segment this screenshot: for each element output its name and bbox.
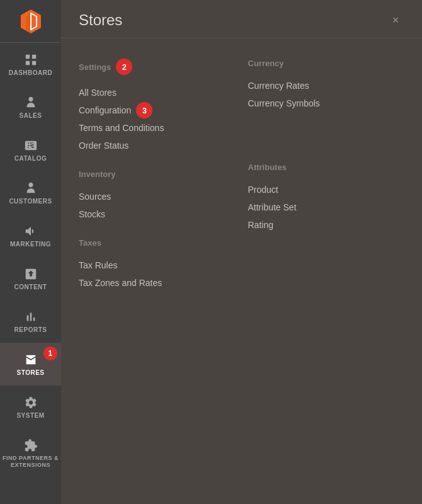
sidebar-item-label: CONTENT [14, 284, 47, 290]
sources-link[interactable]: Sources [79, 188, 236, 205]
sidebar-item-system[interactable]: SYSTEM [0, 386, 61, 428]
left-column: Settings 2 All Stores Configuration 3 Te… [79, 54, 236, 307]
rating-link[interactable]: Rating [248, 216, 405, 234]
panel-title: Stores [79, 11, 122, 29]
content-icon [24, 267, 38, 281]
currency-section: Currency Currency Rates Currency Symbols [248, 59, 405, 112]
sidebar-item-stores[interactable]: STORES 1 [0, 343, 61, 386]
currency-rates-link[interactable]: Currency Rates [248, 77, 405, 94]
taxes-header: Taxes [79, 238, 236, 248]
sidebar-item-label: SALES [20, 112, 42, 119]
customers-icon [24, 181, 38, 195]
attribute-set-link[interactable]: Attribute Set [248, 198, 405, 216]
stores-icon [24, 353, 38, 367]
taxes-section: Taxes Tax Rules Tax Zones and Rates [79, 238, 236, 292]
marketing-icon [24, 224, 38, 238]
currency-header: Currency [248, 59, 405, 68]
all-stores-link[interactable]: All Stores [79, 84, 236, 101]
sidebar-item-label: STORES [17, 369, 45, 376]
configuration-badge: 3 [136, 102, 152, 118]
stores-badge: 1 [43, 346, 57, 360]
sidebar-item-reports[interactable]: REPORTS [0, 300, 61, 343]
product-link[interactable]: Product [248, 181, 405, 198]
right-column: Currency Currency Rates Currency Symbols… [248, 54, 405, 307]
sidebar-item-sales[interactable]: SALES [0, 86, 61, 129]
sidebar-item-extensions[interactable]: FIND PARTNERS & EXTENSIONS [0, 428, 61, 479]
settings-section: Settings 2 All Stores Configuration 3 Te… [79, 59, 236, 154]
attributes-section: Attributes Product Attribute Set Rating [248, 163, 405, 234]
configuration-link[interactable]: Configuration [79, 101, 131, 119]
tax-rules-link[interactable]: Tax Rules [79, 256, 236, 274]
order-status-link[interactable]: Order Status [79, 137, 236, 154]
sidebar-item-dashboard[interactable]: DASHBOARD [0, 43, 61, 86]
system-icon [24, 396, 38, 410]
inventory-header: Inventory [79, 169, 236, 179]
sidebar-item-label: CATALOG [14, 155, 47, 162]
sidebar-item-label: FIND PARTNERS & EXTENSIONS [3, 455, 59, 469]
inventory-section: Inventory Sources Stocks [79, 169, 236, 223]
attributes-header: Attributes [248, 163, 405, 172]
stores-panel: Stores × Settings 2 All Stores Configura… [61, 0, 422, 504]
sidebar-item-label: CUSTOMERS [9, 198, 52, 205]
sidebar-item-label: SYSTEM [16, 412, 44, 419]
sidebar-item-marketing[interactable]: MARKETING [0, 214, 61, 257]
sales-icon [24, 96, 38, 110]
logo-area [0, 0, 61, 43]
sidebar-item-label: MARKETING [10, 241, 51, 248]
panel-content: Settings 2 All Stores Configuration 3 Te… [61, 38, 422, 504]
svg-rect-5 [31, 54, 35, 58]
terms-conditions-link[interactable]: Terms and Conditions [79, 119, 236, 137]
sidebar-item-content[interactable]: CONTENT [0, 257, 61, 300]
sidebar-item-customers[interactable]: CUSTOMERS [0, 171, 61, 214]
svg-rect-6 [25, 60, 29, 64]
sidebar: DASHBOARD SALES CATALOG CUSTOMERS MARKET… [0, 0, 61, 504]
svg-rect-4 [25, 54, 29, 58]
svg-rect-7 [31, 60, 35, 64]
sidebar-item-label: DASHBOARD [9, 69, 53, 76]
dashboard-icon [24, 53, 38, 67]
settings-badge: 2 [116, 59, 132, 75]
sidebar-item-catalog[interactable]: CATALOG [0, 129, 61, 171]
panel-header: Stores × [61, 0, 422, 38]
extensions-icon [24, 438, 38, 452]
stocks-link[interactable]: Stocks [79, 205, 236, 223]
sidebar-item-label: REPORTS [14, 326, 47, 333]
close-button[interactable]: × [387, 11, 404, 29]
currency-symbols-link[interactable]: Currency Symbols [248, 94, 405, 112]
reports-icon [24, 310, 38, 324]
magento-logo-icon [18, 8, 44, 35]
settings-header: Settings 2 [79, 59, 236, 75]
catalog-icon [24, 139, 38, 152]
tax-zones-link[interactable]: Tax Zones and Rates [79, 274, 236, 292]
